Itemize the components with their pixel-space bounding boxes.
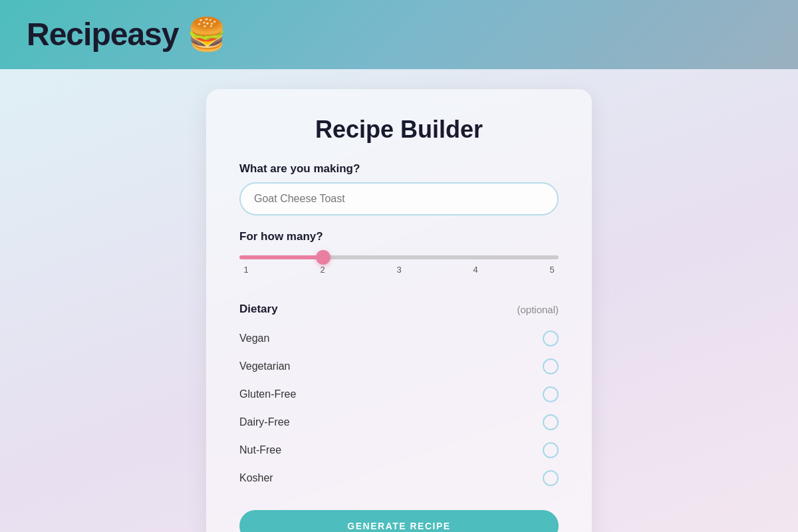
card-title: Recipe Builder [239, 116, 559, 144]
dietary-row-dairy-free: Dairy-Free [239, 409, 559, 436]
burger-emoji: 🍔 [187, 17, 226, 52]
tick-3: 3 [392, 265, 406, 275]
dairy-free-radio[interactable] [543, 414, 559, 430]
what-label: What are you making? [239, 162, 559, 176]
generate-button[interactable]: GENERATE RECIPE [239, 510, 559, 532]
vegan-label: Vegan [239, 332, 269, 344]
slider-wrapper: 1 2 3 4 5 [239, 250, 559, 288]
recipe-input[interactable] [239, 182, 559, 215]
servings-label: For how many? [239, 230, 559, 243]
app-title: Recipeasy 🍔 [27, 17, 226, 52]
nut-free-label: Nut-Free [239, 444, 281, 456]
servings-slider[interactable] [239, 255, 559, 259]
gluten-free-label: Gluten-Free [239, 388, 296, 400]
vegetarian-label: Vegetarian [239, 360, 291, 372]
vegetarian-radio[interactable] [543, 358, 559, 374]
gluten-free-radio[interactable] [543, 386, 559, 402]
dietary-row-gluten-free: Gluten-Free [239, 381, 559, 408]
dietary-row-nut-free: Nut-Free [239, 437, 559, 464]
dietary-row-kosher: Kosher [239, 465, 559, 491]
app-header: Recipeasy 🍔 [0, 0, 798, 69]
tick-4: 4 [469, 265, 482, 275]
main-content: Recipe Builder What are you making? For … [0, 69, 798, 532]
recipe-builder-card: Recipe Builder What are you making? For … [206, 89, 592, 532]
dietary-row-vegan: Vegan [239, 325, 559, 352]
slider-ticks: 1 2 3 4 5 [239, 265, 559, 275]
kosher-radio[interactable] [543, 470, 559, 486]
optional-label: (optional) [517, 304, 559, 315]
tick-5: 5 [545, 265, 559, 275]
tick-2: 2 [316, 265, 329, 275]
dairy-free-label: Dairy-Free [239, 416, 290, 428]
dietary-label: Dietary [239, 303, 278, 316]
dietary-row-vegetarian: Vegetarian [239, 353, 559, 380]
kosher-label: Kosher [239, 472, 273, 484]
dietary-header: Dietary (optional) [239, 303, 559, 316]
nut-free-radio[interactable] [543, 442, 559, 458]
servings-section: For how many? 1 2 3 4 5 [239, 230, 559, 288]
tick-1: 1 [239, 265, 253, 275]
vegan-radio[interactable] [543, 331, 559, 346]
dietary-options: Vegan Vegetarian Gluten-Free Dairy-Free … [239, 325, 559, 491]
